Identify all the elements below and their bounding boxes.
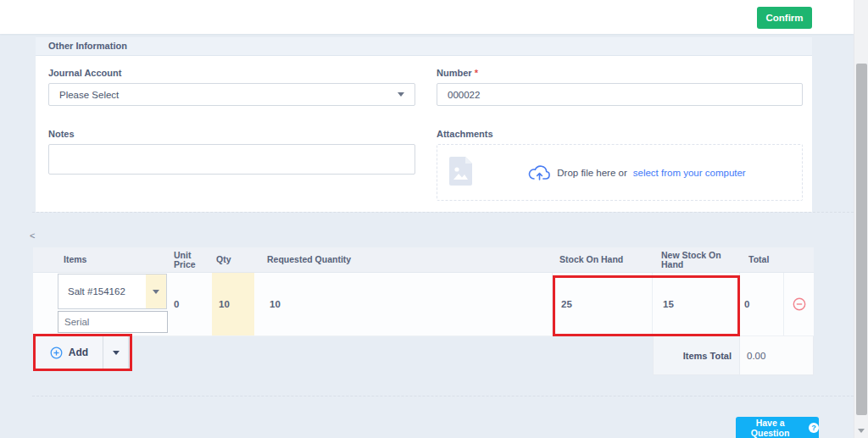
journal-account-label: Journal Account	[48, 68, 121, 78]
remove-circle-icon	[793, 297, 806, 311]
other-information-card: Other Information Journal Account Please…	[36, 37, 812, 212]
item-select-caret[interactable]	[146, 274, 166, 308]
footer-divider	[32, 396, 854, 396]
item-select[interactable]: Salt #154162	[58, 274, 167, 309]
row-unit-price: 0	[170, 273, 212, 335]
have-a-question-button[interactable]: Have a Question ?	[736, 417, 819, 438]
section-divider	[32, 212, 854, 213]
collapse-panel-icon[interactable]: <	[30, 230, 35, 241]
add-button-main[interactable]: Add	[36, 336, 103, 369]
row-total: 0	[740, 273, 784, 335]
drag-handle-column-header	[33, 247, 53, 272]
plus-circle-icon	[50, 347, 63, 359]
select-from-computer-link[interactable]: select from your computer	[633, 168, 746, 178]
drop-instructions: Drop file here or select from your compu…	[472, 164, 802, 181]
notes-label: Notes	[48, 129, 75, 139]
col-header-total: Total	[740, 247, 784, 272]
row-stock-on-hand: 25	[553, 273, 653, 335]
have-a-question-label: Have a Question	[736, 418, 804, 438]
drop-file-text: Drop file here or	[557, 168, 626, 178]
number-input[interactable]	[437, 83, 803, 106]
attachments-label: Attachments	[437, 129, 493, 139]
col-header-new-stock-on-hand: New Stock On Hand	[653, 247, 740, 272]
add-item-button[interactable]: Add	[35, 335, 129, 369]
number-label: Number *	[437, 68, 478, 78]
image-file-icon	[449, 157, 472, 189]
attachments-dropzone[interactable]: Drop file here or select from your compu…	[437, 144, 803, 201]
row-requested-qty: 10	[254, 273, 553, 335]
col-header-qty: Qty	[212, 247, 254, 272]
add-button-label: Add	[69, 347, 88, 358]
scrollbar-down-arrow-icon[interactable]	[858, 429, 865, 433]
scrollbar-thumb[interactable]	[856, 64, 867, 415]
vertical-scrollbar[interactable]	[854, 0, 868, 438]
question-mark-icon: ?	[809, 423, 819, 433]
journal-account-select[interactable]: Please Select	[48, 83, 415, 106]
journal-account-selected-value: Please Select	[59, 90, 398, 100]
serial-input[interactable]	[58, 311, 168, 333]
items-table: Items Unit Price Qty Requested Quantity …	[33, 247, 814, 336]
col-header-requested-quantity: Requested Quantity	[254, 247, 553, 272]
required-asterisk: *	[475, 68, 478, 78]
col-header-actions	[784, 247, 814, 272]
col-header-items: Items	[53, 247, 170, 272]
row-drag-handle-cell	[33, 273, 53, 335]
confirm-button[interactable]: Confirm	[757, 7, 812, 29]
items-table-header: Items Unit Price Qty Requested Quantity …	[33, 247, 814, 273]
add-button-dropdown-toggle[interactable]	[103, 336, 128, 369]
section-title-other-information: Other Information	[36, 37, 812, 56]
notes-input[interactable]	[48, 144, 415, 175]
col-header-unit-price: Unit Price	[170, 247, 212, 272]
col-header-stock-on-hand: Stock On Hand	[553, 247, 653, 272]
chevron-down-icon	[398, 92, 404, 97]
row-new-stock-on-hand: 15	[653, 273, 740, 335]
items-total-label: Items Total	[653, 336, 740, 375]
cloud-upload-icon	[528, 164, 551, 181]
row-qty[interactable]: 10	[212, 273, 254, 335]
top-bar: Confirm	[0, 0, 854, 34]
items-total-value: 0.00	[740, 336, 814, 375]
item-select-value: Salt #154162	[58, 274, 146, 308]
chevron-down-icon	[153, 290, 159, 294]
table-row: 0 10 10 25 15 0 Salt #154162	[33, 273, 814, 336]
row-remove-button[interactable]	[784, 273, 814, 335]
chevron-down-icon	[113, 351, 120, 355]
